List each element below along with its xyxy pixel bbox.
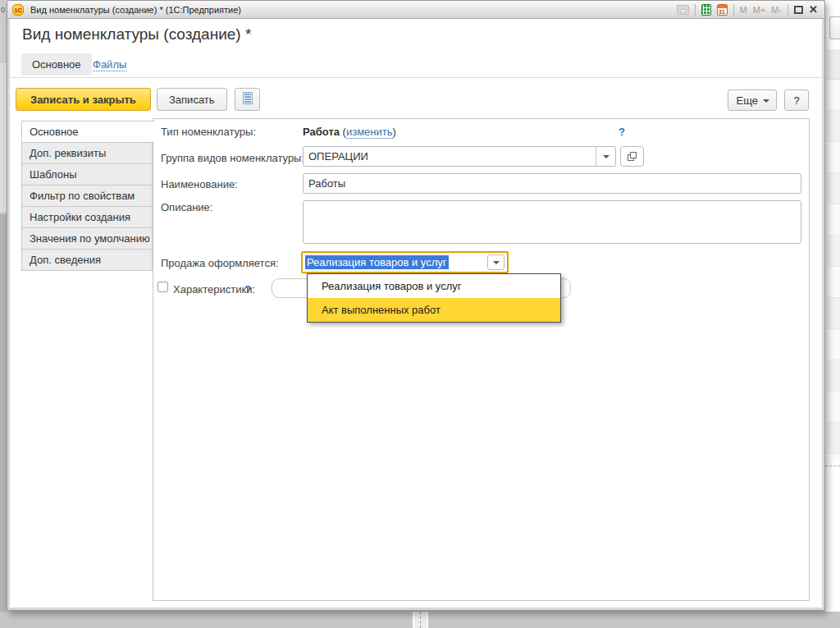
sidebar-item-shablony-naimenovaniy[interactable]: Шаблоны наименований <box>21 163 153 186</box>
window-title: Вид номенклатуры (создание) * (1С:Предпр… <box>30 5 241 15</box>
description-textarea[interactable] <box>303 200 801 244</box>
background-list-header-fragment <box>827 49 840 80</box>
dropdown-item-realizatsiya[interactable]: Реализация товаров и услуг <box>308 274 560 298</box>
more-button-label: Еще <box>737 94 758 107</box>
background-right-strip <box>825 0 840 612</box>
memory-m-minus-button[interactable]: M- <box>771 5 782 15</box>
type-label: Тип номенклатуры: <box>161 126 256 138</box>
sidebar-item-osnovnoe[interactable]: Основное <box>21 121 154 143</box>
dropdown-item-akt[interactable]: Акт выполненных работ <box>308 298 560 322</box>
tab-faily[interactable]: Файлы <box>93 58 126 71</box>
type-value: Работа (изменить) <box>303 126 396 138</box>
name-label: Наименование: <box>161 178 238 190</box>
group-open-button[interactable] <box>620 146 644 167</box>
dialog-titlebar[interactable]: 1С Вид номенклатуры (создание) * (1С:Пре… <box>7 1 824 19</box>
sidebar-item-dop-rekvizity[interactable]: Доп. реквизиты <box>21 142 153 164</box>
chevron-down-icon <box>603 155 609 158</box>
characteristics-label: Характеристики: <box>173 283 255 296</box>
sale-label: Продажа оформляется: <box>161 257 279 269</box>
save-button[interactable]: Записать <box>157 88 227 111</box>
sale-combobox[interactable]: Реализация товаров и услуг <box>301 251 509 273</box>
1c-logo-icon: 1С <box>12 4 24 16</box>
document-structure-button[interactable] <box>235 88 260 111</box>
titlebar-icons: 31 M M+ M- ✕ <box>677 1 819 19</box>
sale-combobox-selected-text: Реализация товаров и услуг <box>305 255 449 269</box>
chevron-down-icon <box>493 261 500 264</box>
name-input[interactable] <box>303 173 801 194</box>
save-icon[interactable] <box>677 5 689 15</box>
calendar-icon-day: 31 <box>718 8 727 16</box>
screen: 0 1С Вид номенклатуры (создание) * (1С:П… <box>0 0 840 628</box>
paren-close: ) <box>393 126 396 138</box>
list-document-icon <box>243 92 253 104</box>
help-button[interactable]: ? <box>784 89 809 111</box>
group-combobox-value: ОПЕРАЦИИ <box>308 147 368 166</box>
group-combobox[interactable]: ОПЕРАЦИИ <box>303 146 616 167</box>
open-in-new-icon <box>628 152 637 161</box>
save-and-close-button[interactable]: Записать и закрыть <box>16 88 151 111</box>
sale-combobox-dropdown-button[interactable] <box>487 254 504 270</box>
bottom-splitter-handle[interactable] <box>413 612 428 628</box>
splitter-grip <box>420 612 421 628</box>
memory-m-button[interactable]: M <box>740 5 747 15</box>
type-change-link[interactable]: изменить <box>346 126 393 139</box>
group-label: Группа видов номенклатуры: <box>161 152 304 164</box>
background-left-lower <box>0 214 7 612</box>
calendar-icon[interactable]: 31 <box>717 4 728 16</box>
tabs-divider <box>10 77 822 78</box>
dialog-window: 1С Вид номенклатуры (создание) * (1С:Пре… <box>7 0 825 611</box>
description-label: Описание: <box>161 201 212 213</box>
titlebar-separator <box>695 4 696 16</box>
close-icon[interactable]: ✕ <box>809 1 818 19</box>
page-title: Вид номенклатуры (создание) * <box>22 25 251 44</box>
sidebar-item-nastroyki-sozdaniya[interactable]: Настройки создания <box>21 206 153 228</box>
group-combobox-dropdown-button[interactable] <box>596 147 615 166</box>
background-splitter-line <box>825 465 840 466</box>
background-bottom-strip <box>0 612 840 628</box>
background-left-panel <box>0 62 7 213</box>
type-help-icon[interactable]: ? <box>619 126 625 138</box>
sidebar-item-dop-svedeniya[interactable]: Доп. сведения <box>21 249 153 271</box>
sidebar-item-znacheniya-po-umolchaniyu[interactable]: Значения по умолчанию <box>21 227 153 250</box>
background-button-fragment <box>829 16 840 39</box>
type-value-text: Работа <box>303 126 340 138</box>
maximize-icon[interactable] <box>794 6 803 14</box>
background-left-digit: 0 <box>1 6 5 14</box>
titlebar-separator <box>788 4 788 16</box>
memory-m-plus-button[interactable]: M+ <box>753 5 766 15</box>
tab-osnovnoe[interactable]: Основное <box>21 53 92 76</box>
chevron-down-icon <box>763 99 769 103</box>
background-list-rows-fragment <box>827 80 840 462</box>
characteristics-checkbox[interactable] <box>158 282 168 292</box>
calculator-icon[interactable] <box>701 4 711 16</box>
more-button[interactable]: Еще <box>728 89 777 111</box>
titlebar-separator <box>733 4 734 16</box>
sale-dropdown-list: Реализация товаров и услуг Акт выполненн… <box>307 273 561 323</box>
background-left-strip: 0 <box>0 0 7 612</box>
characteristics-help-icon[interactable]: ? <box>244 283 251 296</box>
sidebar-item-filtr-po-svoystvam[interactable]: Фильтр по свойствам <box>21 185 153 207</box>
